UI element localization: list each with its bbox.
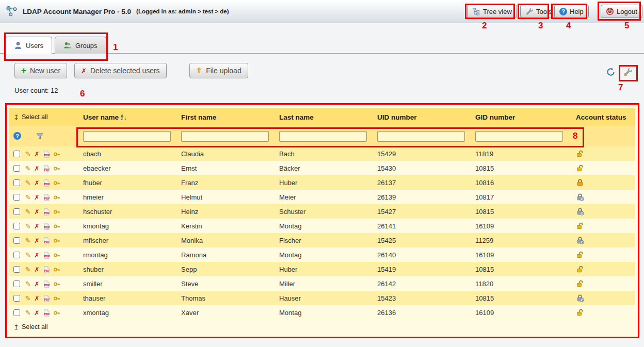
edit-user-icon[interactable]: ✎	[25, 280, 31, 288]
password-key-icon[interactable]	[53, 280, 60, 288]
status-unlocked-icon[interactable]	[576, 251, 584, 259]
filter-first-name-input[interactable]	[181, 131, 269, 142]
pdf-export-icon[interactable]: PDF	[43, 223, 50, 230]
delete-user-icon[interactable]: ✗	[34, 237, 39, 244]
select-all-bottom[interactable]: ↥ Select all	[13, 323, 48, 331]
row-select-checkbox[interactable]	[13, 179, 20, 186]
password-key-icon[interactable]	[53, 252, 60, 259]
password-key-icon[interactable]	[53, 309, 60, 317]
column-header-user-name[interactable]: User nameAZ↓	[79, 108, 177, 126]
status-expired-icon[interactable]	[576, 193, 584, 201]
delete-user-icon[interactable]: ✗	[34, 151, 39, 158]
pdf-export-icon[interactable]: PDF	[43, 208, 50, 216]
cell-last-name: Montag	[275, 219, 373, 233]
pdf-export-icon[interactable]: PDF	[43, 280, 50, 288]
status-unlocked-icon[interactable]	[576, 265, 584, 273]
status-unlocked-icon[interactable]	[576, 150, 584, 158]
password-key-icon[interactable]	[53, 179, 60, 187]
tab-users-label: Users	[26, 42, 43, 49]
status-expired-icon[interactable]	[576, 294, 584, 302]
edit-user-icon[interactable]: ✎	[25, 150, 31, 158]
pdf-export-icon[interactable]: PDF	[43, 151, 50, 158]
password-key-icon[interactable]	[53, 151, 60, 158]
status-expired-icon[interactable]	[576, 236, 584, 244]
status-locked-icon[interactable]	[576, 178, 584, 187]
delete-user-icon[interactable]: ✗	[34, 194, 39, 201]
pdf-export-icon[interactable]: PDF	[43, 179, 50, 187]
status-unlocked-icon[interactable]	[576, 222, 584, 230]
help-button[interactable]: ? Help	[554, 5, 589, 18]
password-key-icon[interactable]	[53, 208, 60, 216]
delete-selected-users-button[interactable]: ✗ Delete selected users	[74, 63, 167, 78]
edit-user-icon[interactable]: ✎	[25, 251, 31, 259]
delete-user-icon[interactable]: ✗	[34, 252, 39, 259]
status-unlocked-icon[interactable]	[576, 279, 584, 288]
status-expired-icon[interactable]	[576, 207, 584, 216]
pdf-export-icon[interactable]: PDF	[43, 252, 50, 259]
edit-user-icon[interactable]: ✎	[25, 208, 31, 216]
row-select-checkbox[interactable]	[13, 165, 20, 172]
password-key-icon[interactable]	[53, 237, 60, 244]
delete-user-icon[interactable]: ✗	[34, 295, 39, 302]
user-count: User count: 12	[14, 87, 644, 94]
new-user-button[interactable]: + New user	[14, 63, 67, 78]
refresh-icon[interactable]	[606, 67, 616, 77]
tab-groups[interactable]: Groups	[55, 37, 106, 54]
pdf-export-icon[interactable]: PDF	[43, 309, 50, 317]
edit-user-icon[interactable]: ✎	[25, 164, 31, 172]
delete-user-icon[interactable]: ✗	[34, 165, 39, 172]
filter-help-icon[interactable]: ?	[13, 132, 21, 140]
row-select-checkbox[interactable]	[13, 266, 20, 273]
filter-funnel-icon[interactable]	[36, 132, 44, 140]
edit-user-icon[interactable]: ✎	[25, 222, 31, 230]
edit-user-icon[interactable]: ✎	[25, 193, 31, 201]
delete-user-icon[interactable]: ✗	[34, 208, 39, 216]
delete-user-icon[interactable]: ✗	[34, 179, 39, 187]
pdf-export-icon[interactable]: PDF	[43, 295, 50, 302]
filter-user-name-input[interactable]	[83, 131, 171, 142]
file-upload-button[interactable]: ⇧ File upload	[189, 63, 248, 78]
logout-button[interactable]: Logout	[601, 5, 642, 18]
cell-user-name: hmeier	[79, 190, 177, 204]
tree-view-button[interactable]: Tree view	[467, 5, 517, 18]
password-key-icon[interactable]	[53, 295, 60, 302]
filter-last-name-input[interactable]	[279, 131, 367, 142]
row-select-checkbox[interactable]	[13, 194, 20, 201]
tools-button[interactable]: Tools	[520, 5, 557, 18]
edit-user-icon[interactable]: ✎	[25, 237, 31, 244]
password-key-icon[interactable]	[53, 266, 60, 273]
row-select-checkbox[interactable]	[13, 151, 20, 157]
delete-user-icon[interactable]: ✗	[34, 266, 39, 273]
filter-uid-number-input[interactable]	[377, 131, 465, 142]
pdf-export-icon[interactable]: PDF	[43, 237, 50, 244]
filter-gid-number-input[interactable]	[475, 131, 563, 142]
settings-wrench-icon[interactable]	[623, 67, 633, 77]
delete-user-icon[interactable]: ✗	[34, 280, 39, 288]
password-key-icon[interactable]	[53, 165, 60, 172]
delete-user-icon[interactable]: ✗	[34, 309, 39, 317]
pdf-export-icon[interactable]: PDF	[43, 266, 50, 273]
svg-text:PDF: PDF	[44, 240, 50, 243]
tab-users[interactable]: Users	[5, 37, 52, 54]
row-select-checkbox[interactable]	[13, 237, 20, 244]
row-select-checkbox[interactable]	[13, 309, 20, 316]
select-all-top[interactable]: ↧ Select all	[13, 113, 48, 121]
cell-uid-number: 15419	[373, 262, 471, 276]
delete-user-icon[interactable]: ✗	[34, 223, 39, 230]
status-unlocked-icon[interactable]	[576, 164, 584, 172]
edit-user-icon[interactable]: ✎	[25, 309, 31, 317]
pdf-export-icon[interactable]: PDF	[43, 194, 50, 201]
row-select-checkbox[interactable]	[13, 252, 20, 258]
row-select-checkbox[interactable]	[13, 280, 20, 287]
row-select-checkbox[interactable]	[13, 223, 20, 229]
cell-last-name: Montag	[275, 247, 373, 262]
password-key-icon[interactable]	[53, 194, 60, 201]
row-select-checkbox[interactable]	[13, 295, 20, 302]
row-select-checkbox[interactable]	[13, 208, 20, 215]
edit-user-icon[interactable]: ✎	[25, 179, 31, 187]
pdf-export-icon[interactable]: PDF	[43, 165, 50, 172]
edit-user-icon[interactable]: ✎	[25, 294, 31, 302]
password-key-icon[interactable]	[53, 223, 60, 230]
status-unlocked-icon[interactable]	[576, 308, 584, 317]
edit-user-icon[interactable]: ✎	[25, 266, 31, 273]
